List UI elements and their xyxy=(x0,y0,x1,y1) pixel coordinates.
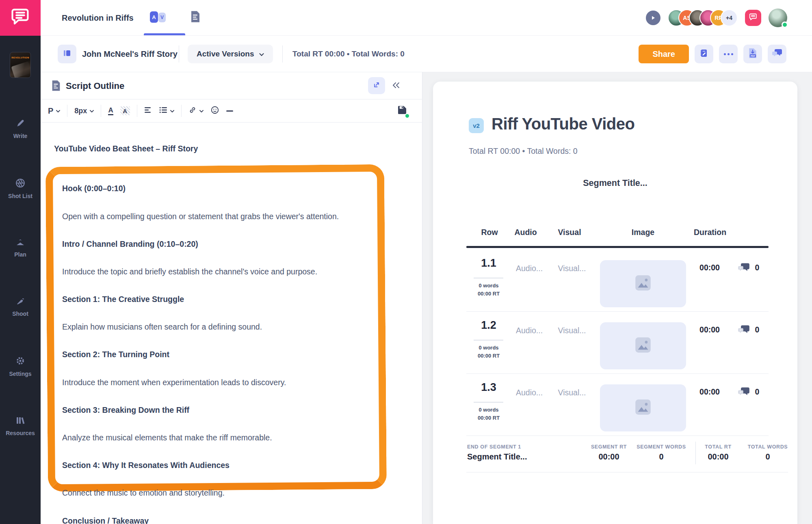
speech-bubble-icon xyxy=(749,13,758,23)
beat-text: Open with a compelling question or state… xyxy=(62,207,339,226)
board-view-button[interactable] xyxy=(58,45,76,63)
shutter-icon xyxy=(15,178,26,190)
font-size-dropdown[interactable]: 8px xyxy=(74,107,94,115)
share-button[interactable]: Share xyxy=(639,45,689,63)
horizontal-rule-button[interactable] xyxy=(226,110,233,112)
visual-field[interactable]: Visual... xyxy=(558,326,586,335)
image-placeholder[interactable] xyxy=(600,384,686,431)
dash-icon xyxy=(226,110,233,112)
image-placeholder[interactable] xyxy=(600,260,686,307)
comments-button[interactable] xyxy=(768,45,786,63)
beat-heading: Section 1: The Creative Struggle xyxy=(62,289,339,309)
divider xyxy=(181,105,182,117)
picture-icon xyxy=(633,397,653,419)
more-options-button[interactable] xyxy=(719,45,738,63)
sidebar-item-write[interactable]: Write xyxy=(13,119,28,139)
emoji-button[interactable] xyxy=(210,106,219,116)
table-header-rule xyxy=(466,246,769,248)
nav-label: Resources xyxy=(6,430,35,436)
column-header-row: Row xyxy=(481,228,498,237)
expand-panel-button[interactable] xyxy=(368,77,385,94)
user-avatar[interactable] xyxy=(769,9,787,27)
collapse-panel-button[interactable] xyxy=(392,81,401,91)
visual-field[interactable]: Visual... xyxy=(558,388,586,397)
column-header-duration: Duration xyxy=(694,228,726,237)
notebook-button[interactable] xyxy=(695,45,713,63)
list-dropdown[interactable] xyxy=(159,107,174,115)
beat-heading: Intro / Channel Branding (0:10–0:20) xyxy=(62,234,339,254)
align-button[interactable] xyxy=(144,107,152,115)
link-dropdown[interactable] xyxy=(188,106,204,116)
export-pdf-button[interactable]: PDF xyxy=(743,45,762,63)
text-color-button[interactable]: A xyxy=(108,107,113,115)
segment-footer-title[interactable]: Segment Title... xyxy=(467,452,527,461)
thumbnail-title: REVOLUTION xyxy=(10,56,30,59)
project-thumbnail[interactable]: REVOLUTION xyxy=(10,52,31,78)
picture-icon xyxy=(633,273,653,295)
beat-text: Analyze the musical elements that make t… xyxy=(62,428,339,448)
beat-heading: Conclusion / Takeaway xyxy=(62,511,339,524)
comments-icon[interactable] xyxy=(738,263,750,275)
script-preview-panel: v2 Riff YouTube Video Total RT 00:00 • T… xyxy=(422,72,812,524)
pen-icon xyxy=(15,119,25,130)
align-icon xyxy=(144,107,152,115)
sidebar-item-settings[interactable]: Settings xyxy=(9,356,31,377)
column-header-image: Image xyxy=(632,228,654,237)
gear-icon xyxy=(15,356,26,368)
divider xyxy=(474,402,503,403)
versions-label: Active Versions xyxy=(197,50,254,58)
script-totals: Total RT 00:00 • Total Words: 0 xyxy=(469,147,578,156)
text-toolbar: P 8px A A xyxy=(41,99,422,123)
nav-label: Shoot xyxy=(12,311,28,317)
document-totals: Total RT 00:00 • Total Words: 0 xyxy=(292,36,405,72)
highlight-color-button[interactable]: A xyxy=(120,106,130,115)
left-rail: REVOLUTION Write Shot List Plan Shoot Se… xyxy=(0,0,41,524)
rail-nav: Write Shot List Plan Shoot Settings Reso… xyxy=(0,119,41,436)
segment-title-input[interactable]: Segment Title... xyxy=(433,178,797,188)
outline-header: Script Outline xyxy=(41,72,422,99)
chevron-down-icon xyxy=(170,107,174,114)
sidebar-item-plan[interactable]: Plan xyxy=(14,238,26,258)
font-size-value: 8px xyxy=(74,107,87,115)
audio-field[interactable]: Audio... xyxy=(516,388,543,397)
tab-av-script[interactable]: AV xyxy=(149,0,167,35)
segment-rt-value: 00:00 xyxy=(598,452,619,461)
nav-label: Shot List xyxy=(8,193,32,199)
audio-field[interactable]: Audio... xyxy=(516,326,543,335)
total-words-label: TOTAL WORDS xyxy=(748,444,788,450)
paragraph-style-dropdown[interactable]: P xyxy=(48,106,60,116)
image-placeholder[interactable] xyxy=(600,322,686,369)
paragraph-style-value: P xyxy=(48,106,53,116)
save-button[interactable] xyxy=(396,104,408,118)
column-header-audio: Audio xyxy=(514,228,537,237)
brand-chat-button[interactable] xyxy=(745,10,761,26)
script-outline-panel: Script Outline P 8px A A xyxy=(41,72,422,524)
table-row: 1.3 0 words 00:00 RT Audio... Visual... … xyxy=(466,374,769,436)
audio-field[interactable]: Audio... xyxy=(516,264,543,273)
beat-heading: Hook (0:00–0:10) xyxy=(62,179,339,199)
sidebar-item-shot-list[interactable]: Shot List xyxy=(8,178,32,199)
outline-document-icon xyxy=(51,80,61,93)
bullet-list-icon xyxy=(159,107,167,115)
comment-count: 0 xyxy=(755,387,760,397)
document-title: John McNeel's Riff Story xyxy=(82,36,178,72)
total-words-value: 0 xyxy=(765,452,770,461)
beat-text: Introduce the topic and briefly establis… xyxy=(62,262,339,282)
av-script-icon: AV xyxy=(149,11,167,24)
play-button[interactable] xyxy=(646,11,660,25)
comments-icon[interactable] xyxy=(738,387,750,399)
comment-count: 0 xyxy=(755,263,760,272)
mountain-icon xyxy=(15,238,26,248)
versions-dropdown[interactable]: Active Versions xyxy=(188,45,273,63)
row-word-count: 0 words xyxy=(479,345,498,351)
avatar-overflow-count[interactable]: +4 xyxy=(721,9,738,26)
version-badge[interactable]: v2 xyxy=(469,118,484,133)
comment-count: 0 xyxy=(755,325,760,334)
tab-document[interactable] xyxy=(186,0,205,35)
visual-field[interactable]: Visual... xyxy=(558,264,586,273)
sidebar-item-shoot[interactable]: Shoot xyxy=(12,296,28,317)
sidebar-item-resources[interactable]: Resources xyxy=(6,416,35,436)
app-logo[interactable] xyxy=(0,0,41,36)
divider xyxy=(695,442,696,464)
comments-icon[interactable] xyxy=(738,325,750,337)
